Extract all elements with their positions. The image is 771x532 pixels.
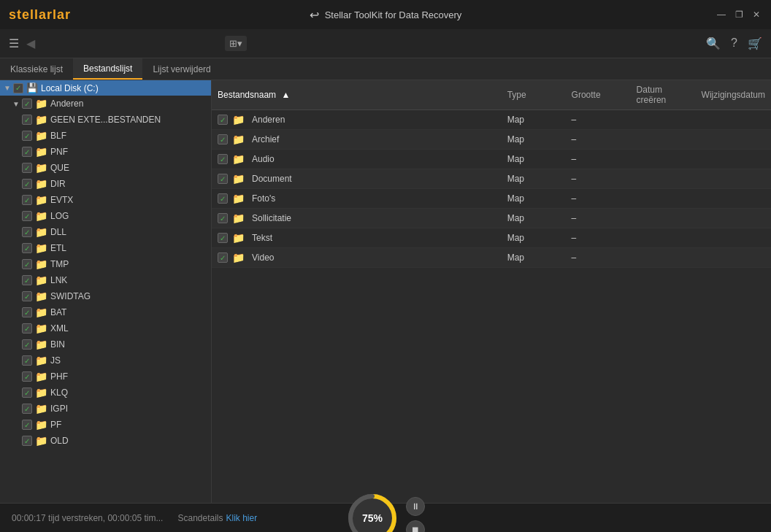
tree-label-tmp: TMP [50,259,69,269]
tree-checkbox-dir[interactable] [22,179,32,189]
tree-checkbox-log[interactable] [22,211,32,221]
col-grootte[interactable]: Grootte [566,80,631,110]
tree-item-js[interactable]: 📁 JS [0,352,211,369]
close-button[interactable]: ✕ [751,9,762,20]
cell-type: Map [502,110,566,130]
cell-type: Map [502,130,566,150]
back-nav-icon[interactable]: ◀ [26,36,35,50]
tree-checkbox-lnk[interactable] [22,275,32,285]
tree-item-log[interactable]: 📁 LOG [0,208,211,224]
tree-item-que[interactable]: 📁 QUE [0,160,211,176]
help-icon[interactable]: ? [731,36,737,50]
tree-checkbox-old[interactable] [22,436,32,446]
tree-checkbox-swidtag[interactable] [22,291,32,301]
tab-klassieke-lijst[interactable]: Klassieke lijst [0,58,73,80]
tree-checkbox-anderen[interactable] [22,99,32,109]
dropdown-icon: ▾ [237,38,242,49]
tree-checkbox-blf[interactable] [22,131,32,141]
tree-item-old[interactable]: 📁 OLD [0,433,211,449]
hamburger-menu-icon[interactable]: ☰ [9,36,19,50]
col-datum-creeren[interactable]: Datum creëren [631,80,696,110]
col-bestandsnaam[interactable]: Bestandsnaam ▲ [212,80,502,110]
tree-item-blf[interactable]: 📁 BLF [0,128,211,144]
col-type[interactable]: Type [502,80,566,110]
cell-date-created [631,209,696,228]
row-checkbox[interactable] [218,233,228,243]
tree-item-bin[interactable]: 📁 BIN [0,336,211,352]
tree-item-anderen[interactable]: ▼ 📁 Anderen [0,96,211,112]
tree-checkbox-bat[interactable] [22,307,32,317]
row-checkbox[interactable] [218,115,228,125]
tree-item-evtx[interactable]: 📁 EVTX [0,192,211,208]
tree-checkbox-xml[interactable] [22,323,32,334]
stop-button[interactable]: ⏹ [406,520,425,533]
tree-item-dir[interactable]: 📁 DIR [0,176,211,192]
tree-item-swidtag[interactable]: 📁 SWIDTAG [0,288,211,304]
tree-item-lnk[interactable]: 📁 LNK [0,272,211,288]
tree-checkbox-geen-exte[interactable] [22,115,32,125]
pause-button[interactable]: ⏸ [406,497,425,516]
minimize-button[interactable]: — [716,9,727,20]
tree-label-evtx: EVTX [50,195,73,205]
folder-icon: 📁 [232,193,245,204]
tree-item-local-disk[interactable]: ▼ 💾 Local Disk (C:) [0,80,211,96]
tree-checkbox-evtx[interactable] [22,195,32,205]
tree-checkbox-que[interactable] [22,163,32,173]
folder-icon: 📁 [232,212,245,224]
tree-checkbox-etl[interactable] [22,243,32,253]
row-checkbox[interactable] [218,213,228,223]
table-row: 📁 Video Map – [212,248,771,268]
tree-checkbox-tmp[interactable] [22,259,32,269]
search-icon[interactable]: 🔍 [706,36,721,50]
filename: Video [252,252,274,263]
file-table-panel: Bestandsnaam ▲ Type Grootte Datum creëre… [212,80,771,503]
tree-label-dll: DLL [50,227,66,237]
table-row: 📁 Audio Map – [212,150,771,169]
maximize-button[interactable]: ❐ [733,9,745,20]
tree-item-dll[interactable]: 📁 DLL [0,224,211,240]
expand-icon[interactable]: ▼ [12,99,20,108]
tree-label-dir: DIR [50,179,66,189]
cart-icon[interactable]: 🛒 [748,36,762,50]
tree-item-pf[interactable]: 📁 PF [0,417,211,433]
file-list-scroll[interactable]: Bestandsnaam ▲ Type Grootte Datum creëre… [212,80,771,503]
col-wijzigingsdatum[interactable]: Wijzigingsdatum [696,80,771,110]
tab-lijst-verwijderd[interactable]: Lijst verwijderd [142,58,220,80]
tree-checkbox-pnf[interactable] [22,147,32,157]
cell-date-created [631,189,696,209]
row-checkbox[interactable] [218,174,228,184]
folder-icon: 📁 [35,387,47,398]
tree-checkbox-pf[interactable] [22,420,32,430]
cell-type: Map [502,228,566,248]
tree-item-pnf[interactable]: 📁 PNF [0,144,211,160]
tree-item-phf[interactable]: 📁 PHF [0,369,211,385]
tree-checkbox-klq[interactable] [22,388,32,398]
klik-hier-link[interactable]: Klik hier [226,513,258,523]
tree-item-etl[interactable]: 📁 ETL [0,240,211,256]
tree-item-geen-exte[interactable]: 📁 GEEN EXTE...BESTANDEN [0,112,211,128]
tree-item-xml[interactable]: 📁 XML [0,320,211,336]
view-toggle-button[interactable]: ⊞ ▾ [225,36,247,51]
row-checkbox[interactable] [218,193,228,204]
tree-item-bat[interactable]: 📁 BAT [0,304,211,320]
tree-item-klq[interactable]: 📁 KLQ [0,385,211,401]
tree-checkbox-igpi[interactable] [22,404,32,414]
tree-checkbox-phf[interactable] [22,371,32,382]
row-checkbox[interactable] [218,252,228,263]
file-tree-panel: ▼ 💾 Local Disk (C:) ▼ 📁 Anderen 📁 GEEN E… [0,80,212,503]
row-checkbox[interactable] [218,154,228,164]
row-checkbox[interactable] [218,134,228,144]
tree-checkbox-dll[interactable] [22,227,32,237]
cell-size: – [566,130,631,150]
tree-label-pnf: PNF [50,147,68,157]
tree-item-tmp[interactable]: 📁 TMP [0,256,211,272]
tree-item-igpi[interactable]: 📁 IGPI [0,401,211,417]
expand-icon[interactable]: ▼ [3,84,12,93]
tree-checkbox-js[interactable] [22,355,32,366]
table-row: 📁 Foto's Map – [212,189,771,209]
tree-checkbox-bin[interactable] [22,339,32,350]
tab-bestandslijst[interactable]: Bestandslijst [73,58,142,80]
folder-icon: 📁 [35,130,47,142]
tree-checkbox-local-disk[interactable] [13,83,23,93]
tree-label-bin: BIN [50,339,65,350]
